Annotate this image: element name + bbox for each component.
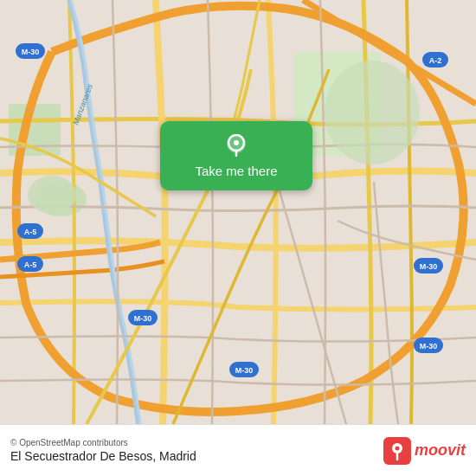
moovit-logo: moovit xyxy=(383,437,466,465)
svg-text:M-30: M-30 xyxy=(22,48,40,56)
svg-text:M-30: M-30 xyxy=(235,366,254,375)
svg-text:M-30: M-30 xyxy=(420,262,438,271)
svg-text:A-5: A-5 xyxy=(24,261,37,269)
pin-icon xyxy=(227,134,246,160)
svg-point-21 xyxy=(325,61,420,164)
svg-text:M-30: M-30 xyxy=(420,342,438,351)
svg-point-28 xyxy=(395,446,399,450)
osm-credit: © OpenStreetMap contributors xyxy=(10,438,196,447)
moovit-text: moovit xyxy=(415,441,466,460)
moovit-logo-icon xyxy=(383,437,411,465)
bottom-bar: © OpenStreetMap contributors El Secuestr… xyxy=(0,424,476,476)
take-me-there-button[interactable]: Take me there xyxy=(160,121,312,190)
svg-text:A-2: A-2 xyxy=(429,56,442,65)
bottom-left: © OpenStreetMap contributors El Secuestr… xyxy=(10,438,196,463)
svg-point-22 xyxy=(28,176,76,214)
take-me-there-label: Take me there xyxy=(195,164,277,178)
svg-text:A-5: A-5 xyxy=(24,228,37,236)
svg-text:M-30: M-30 xyxy=(134,314,152,323)
map-container: M-30 M-30 M-30 M-30 A-5 A-5 A-2 M-30 Man… xyxy=(0,0,476,424)
svg-point-25 xyxy=(234,140,239,145)
location-name: El Secuestrador De Besos, Madrid xyxy=(10,449,196,463)
